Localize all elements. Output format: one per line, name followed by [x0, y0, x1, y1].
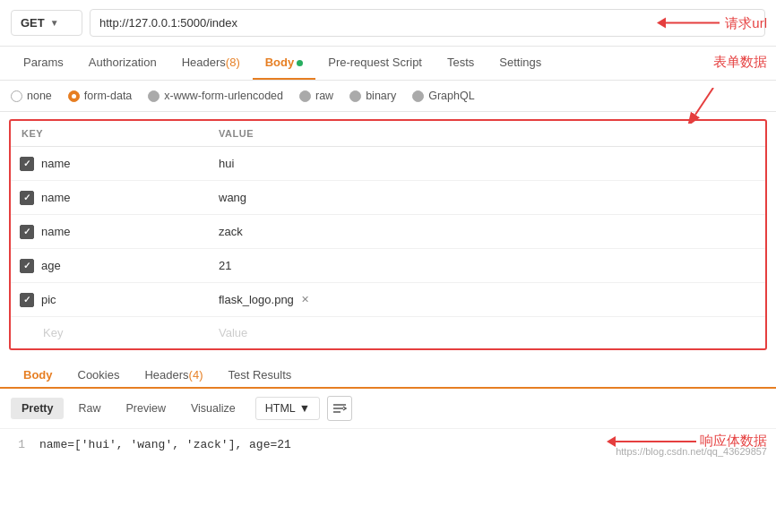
svg-line-0 — [695, 88, 713, 115]
table-row: name hui — [11, 147, 765, 181]
radio-urlencoded-circle — [148, 90, 160, 102]
table-row: name wang — [11, 181, 765, 215]
dropdown-chevron-icon: ▼ — [299, 402, 310, 415]
row-2-value: wang — [208, 185, 765, 210]
form-data-table: KEY VALUE name hui name wang name zac — [9, 119, 767, 350]
format-pretty-button[interactable]: Pretty — [11, 398, 64, 419]
row-5-checkbox[interactable] — [20, 293, 34, 307]
radio-raw[interactable]: raw — [299, 90, 333, 102]
radio-binary[interactable]: binary — [349, 90, 396, 102]
tab-tests[interactable]: Tests — [435, 47, 487, 80]
tab-params[interactable]: Params — [11, 47, 76, 80]
row-3-key: name — [41, 225, 71, 238]
row-5-value: flask_logo.png ✕ — [208, 287, 765, 312]
radio-binary-label: binary — [366, 90, 396, 102]
method-chevron-icon: ▼ — [50, 18, 59, 28]
empty-value-placeholder[interactable]: Value — [208, 322, 765, 343]
row-5-key: pic — [41, 293, 56, 306]
row-3-value: zack — [208, 219, 765, 244]
url-input[interactable] — [90, 9, 765, 37]
row-2-key: name — [41, 191, 71, 204]
row-2-key-cell: name — [11, 185, 208, 210]
table-header: KEY VALUE — [11, 121, 765, 147]
word-wrap-svg — [332, 402, 347, 415]
table-row: age 21 — [11, 249, 765, 283]
radio-form-data-label: form-data — [84, 90, 133, 102]
row-1-key-cell: name — [11, 151, 208, 176]
row-1-checkbox[interactable] — [20, 157, 34, 171]
radio-raw-circle — [299, 90, 311, 102]
file-close-icon[interactable]: ✕ — [301, 294, 309, 305]
form-data-arrow-icon — [686, 88, 731, 124]
resp-tab-test-results[interactable]: Test Results — [216, 363, 305, 387]
html-format-dropdown[interactable]: HTML ▼ — [255, 397, 320, 420]
line-number: 1 — [11, 438, 25, 451]
table-row: name zack — [11, 215, 765, 249]
row-5-key-cell: pic — [11, 287, 208, 313]
row-2-checkbox[interactable] — [20, 191, 34, 205]
radio-graphql-circle — [412, 90, 424, 102]
radio-none-label: none — [27, 90, 52, 102]
radio-form-data-circle — [68, 90, 80, 102]
radio-urlencoded-label: x-www-form-urlencoded — [164, 90, 283, 102]
radio-binary-circle — [349, 90, 361, 102]
tab-pre-request[interactable]: Pre-request Script — [315, 47, 435, 80]
key-column-header: KEY — [11, 124, 208, 142]
row-4-key: age — [41, 259, 61, 272]
empty-row: Key Value — [11, 317, 765, 348]
value-column-header: VALUE — [208, 124, 765, 142]
tab-headers[interactable]: Headers(8) — [169, 47, 253, 80]
format-preview-button[interactable]: Preview — [115, 398, 176, 419]
form-type-row: none form-data x-www-form-urlencoded raw… — [0, 81, 776, 112]
format-visualize-button[interactable]: Visualize — [180, 398, 246, 419]
radio-urlencoded[interactable]: x-www-form-urlencoded — [148, 90, 283, 102]
radio-form-data[interactable]: form-data — [68, 90, 133, 102]
row-3-checkbox[interactable] — [20, 225, 34, 239]
radio-graphql[interactable]: GraphQL — [412, 90, 474, 102]
row-4-checkbox[interactable] — [20, 259, 34, 273]
method-label: GET — [21, 16, 45, 30]
row-3-key-cell: name — [11, 219, 208, 245]
word-wrap-icon[interactable] — [327, 396, 352, 421]
row-4-value: 21 — [208, 253, 765, 278]
resp-tab-body[interactable]: Body — [11, 363, 65, 389]
table-row: pic flask_logo.png ✕ — [11, 283, 765, 317]
format-bar: Pretty Raw Preview Visualize HTML ▼ — [0, 389, 776, 429]
tab-body[interactable]: Body — [253, 47, 316, 80]
row-1-value: hui — [208, 151, 765, 176]
radio-raw-label: raw — [315, 90, 333, 102]
tab-settings[interactable]: Settings — [487, 47, 554, 80]
row-4-key-cell: age — [11, 253, 208, 279]
url-bar: GET ▼ 请求url — [0, 0, 776, 47]
request-tabs-bar: Params Authorization Headers(8) Body Pre… — [0, 47, 776, 81]
radio-none-circle — [11, 90, 22, 102]
resp-tab-headers[interactable]: Headers(4) — [132, 363, 215, 387]
format-raw-button[interactable]: Raw — [67, 398, 111, 419]
response-tabs-bar: Body Cookies Headers(4) Test Results — [0, 357, 776, 389]
method-select[interactable]: GET ▼ — [11, 10, 82, 36]
radio-graphql-label: GraphQL — [428, 90, 474, 102]
watermark: https://blog.csdn.net/qq_43629857 — [616, 446, 767, 457]
empty-key-placeholder[interactable]: Key — [11, 322, 208, 343]
resp-tab-cookies[interactable]: Cookies — [65, 363, 133, 387]
radio-none[interactable]: none — [11, 90, 52, 102]
body-active-dot — [297, 60, 303, 66]
row-1-key: name — [41, 157, 71, 170]
tab-authorization[interactable]: Authorization — [76, 47, 169, 80]
